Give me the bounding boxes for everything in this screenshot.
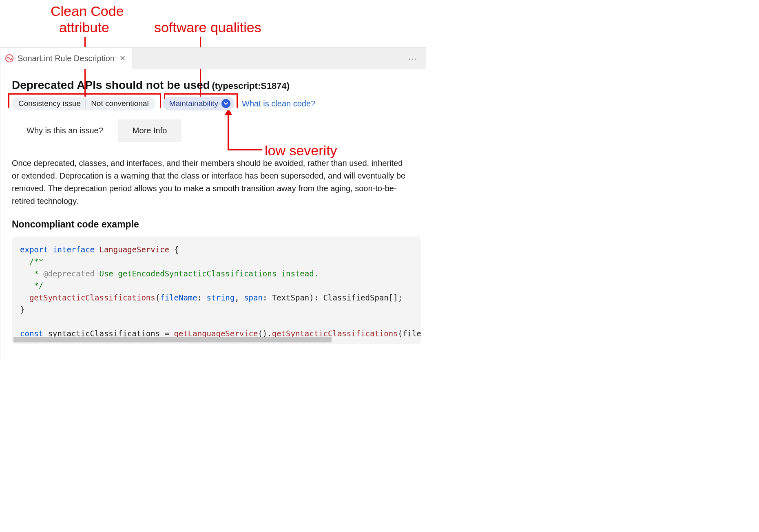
sonarlint-icon: [5, 54, 13, 62]
editor-tabstrip: SonarLint Rule Description ✕ ···: [0, 48, 426, 69]
sonarlint-rule-panel: SonarLint Rule Description ✕ ··· Depreca…: [0, 47, 426, 361]
more-actions-icon[interactable]: ···: [408, 54, 418, 63]
rule-description-text: Once deprecated, classes, and interfaces…: [12, 157, 407, 208]
rule-subtabs: Why is this an issue? More Info: [12, 119, 414, 142]
tab-sonarlint-rule-description[interactable]: SonarLint Rule Description ✕: [0, 48, 133, 69]
rule-title: Deprecated APIs should not be used: [12, 79, 210, 91]
clean-code-attribute-chip[interactable]: Consistency issue Not conventional: [12, 97, 155, 110]
annotation-clean-code-attribute-line2: attribute: [59, 20, 109, 35]
rule-meta-row: Consistency issue Not conventional Maint…: [12, 97, 414, 110]
annotation-software-qualities: software qualities: [154, 20, 261, 35]
close-icon[interactable]: ✕: [119, 54, 126, 63]
tabstrip-spacer: ···: [133, 48, 426, 69]
noncompliant-heading: Noncompliant code example: [12, 219, 426, 230]
attribute-label: Not conventional: [91, 99, 149, 108]
what-is-clean-code-link[interactable]: What is clean code?: [242, 99, 315, 108]
chevron-down-icon: [223, 101, 228, 106]
software-quality-chip[interactable]: Maintainability: [163, 97, 235, 110]
code-example: export interface LanguageService { /** *…: [12, 236, 421, 344]
rule-heading: Deprecated APIs should not be used (type…: [12, 79, 414, 92]
rule-id: (typescript:S1874): [212, 81, 290, 91]
severity-indicator: [221, 99, 230, 108]
quality-label: Maintainability: [169, 99, 218, 108]
annotation-clean-code-attribute-line1: Clean Code: [51, 3, 124, 19]
tab-why-is-this-an-issue[interactable]: Why is this an issue?: [12, 119, 118, 142]
issue-type-label: Consistency issue: [18, 99, 81, 108]
tab-title: SonarLint Rule Description: [18, 54, 115, 63]
chip-divider: [86, 99, 86, 108]
horizontal-scrollbar[interactable]: [13, 337, 332, 342]
tab-more-info[interactable]: More Info: [118, 119, 181, 142]
